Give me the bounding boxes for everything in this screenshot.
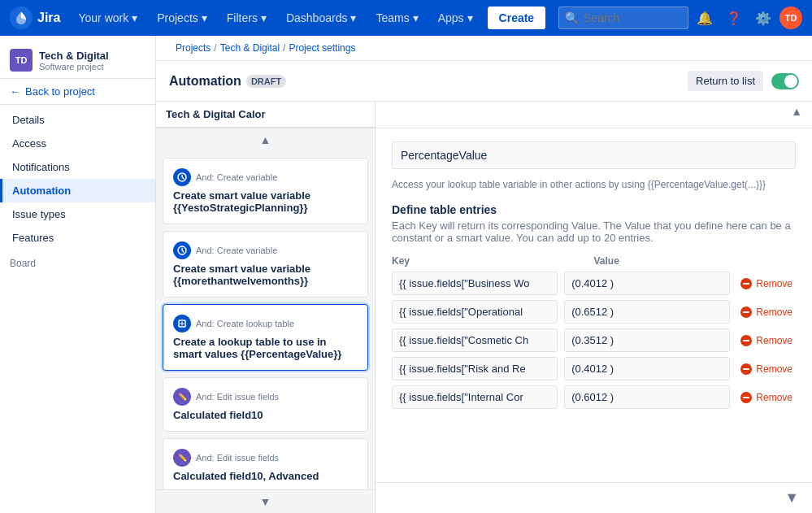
remove-label: Remove bbox=[756, 392, 792, 403]
breadcrumb: Projects / Tech & Digital / Project sett… bbox=[156, 36, 812, 61]
row-3-value-input[interactable] bbox=[564, 328, 730, 352]
sidebar-project-header: TD Tech & Digital Software project bbox=[0, 36, 155, 79]
page-layout: TD Tech & Digital Software project ← Bac… bbox=[0, 36, 812, 513]
sidebar: TD Tech & Digital Software project ← Bac… bbox=[0, 36, 156, 513]
sidebar-item-features[interactable]: Features bbox=[0, 226, 155, 250]
row-3-key-input[interactable] bbox=[392, 328, 558, 352]
scroll-up-detail[interactable]: ▲ bbox=[791, 105, 802, 118]
app-logo[interactable]: Jira bbox=[10, 7, 60, 29]
sidebar-section: Details Access Notifications Automation … bbox=[0, 105, 155, 253]
col-key-label: Key bbox=[392, 254, 588, 268]
draft-badge: DRAFT bbox=[246, 75, 286, 88]
breadcrumb-projects[interactable]: Projects bbox=[176, 42, 211, 54]
row-4-key-input[interactable] bbox=[392, 357, 558, 380]
scroll-down-detail[interactable]: ▼ bbox=[781, 486, 802, 510]
page-title: Automation bbox=[169, 74, 241, 89]
card-value-2: Create smart value variable {{morethantw… bbox=[173, 263, 358, 287]
detail-panel: ▲ Access your lookup table variable in o… bbox=[376, 102, 812, 513]
scroll-down-btn[interactable]: ▼ bbox=[156, 489, 375, 513]
automation-card-4[interactable]: ✏️ And: Edit issue fields Calculated fie… bbox=[163, 377, 368, 432]
row-2-key-input[interactable] bbox=[392, 300, 558, 324]
breadcrumb-project-settings[interactable]: Project settings bbox=[289, 42, 355, 54]
sidebar-item-access[interactable]: Access bbox=[0, 132, 155, 155]
field-hint: Access your lookup table variable in oth… bbox=[392, 179, 796, 190]
projects-menu[interactable]: Projects ▾ bbox=[149, 7, 215, 29]
section-title: Define table entries bbox=[392, 203, 796, 216]
teams-menu[interactable]: Teams ▾ bbox=[367, 7, 426, 29]
automation-header: Automation DRAFT Return to list bbox=[156, 61, 812, 102]
avatar[interactable]: TD bbox=[779, 7, 802, 29]
card-value-3: Create a lookup table to use in smart va… bbox=[173, 336, 358, 360]
row-4-value-input[interactable] bbox=[564, 357, 730, 380]
card-label-2: And: Create variable bbox=[196, 246, 277, 255]
scroll-up-btn[interactable]: ▲ bbox=[156, 128, 375, 151]
table-row: Remove bbox=[392, 328, 796, 352]
row-1-key-input[interactable] bbox=[392, 272, 558, 295]
create-button[interactable]: Create bbox=[488, 7, 546, 29]
sidebar-item-label: Board bbox=[10, 258, 36, 269]
card-value-1: Create smart value variable {{YestoStrat… bbox=[173, 189, 358, 214]
logo-text: Jira bbox=[37, 11, 60, 25]
col-value-label: Value bbox=[594, 254, 790, 268]
sidebar-item-details[interactable]: Details bbox=[0, 108, 155, 132]
remove-label: Remove bbox=[756, 306, 792, 318]
topnav-right: 🔍 🔔 ❓ ⚙️ TD bbox=[558, 5, 802, 31]
remove-label: Remove bbox=[756, 335, 792, 346]
back-to-project-link[interactable]: ← Back to project bbox=[0, 79, 155, 105]
card-value-5: Calculated field10, Advanced bbox=[173, 470, 358, 482]
row-5-value-input[interactable] bbox=[564, 385, 730, 409]
help-button[interactable]: ❓ bbox=[721, 5, 747, 31]
settings-button[interactable]: ⚙️ bbox=[750, 5, 776, 31]
section-desc: Each Key will return its corresponding V… bbox=[392, 220, 796, 244]
project-name: Tech & Digital bbox=[39, 50, 145, 62]
breadcrumb-sep1: / bbox=[214, 42, 216, 54]
back-label: Back to project bbox=[25, 85, 95, 98]
automation-toggle[interactable] bbox=[771, 73, 799, 89]
variable-name-input[interactable] bbox=[392, 141, 796, 169]
notifications-button[interactable]: 🔔 bbox=[692, 5, 718, 31]
card-icon-5: ✏️ bbox=[173, 449, 191, 467]
project-type: Software project bbox=[39, 62, 145, 72]
breadcrumb-tech-digital[interactable]: Tech & Digital bbox=[220, 42, 280, 54]
table-row: Remove bbox=[392, 300, 796, 324]
search-wrapper: 🔍 bbox=[558, 7, 688, 29]
sidebar-item-issue-types[interactable]: Issue types bbox=[0, 202, 155, 226]
row-5-remove-button[interactable]: Remove bbox=[736, 389, 796, 406]
filters-menu[interactable]: Filters ▾ bbox=[219, 7, 275, 29]
sidebar-item-label: Issue types bbox=[12, 208, 66, 220]
search-input[interactable] bbox=[558, 7, 688, 29]
sidebar-item-automation[interactable]: Automation bbox=[0, 179, 155, 202]
back-icon: ← bbox=[10, 85, 20, 98]
row-1-value-input[interactable] bbox=[564, 272, 730, 295]
automation-card-2[interactable]: And: Create variable Create smart value … bbox=[163, 231, 368, 298]
your-work-menu[interactable]: Your work ▾ bbox=[70, 7, 145, 29]
card-icon-2 bbox=[173, 241, 191, 259]
breadcrumb-sep2: / bbox=[283, 42, 285, 54]
row-4-remove-button[interactable]: Remove bbox=[736, 361, 796, 377]
card-value-4: Calculated field10 bbox=[173, 409, 358, 421]
row-5-key-input[interactable] bbox=[392, 385, 558, 409]
sidebar-item-label: Details bbox=[12, 114, 45, 126]
table-header: Key Value bbox=[392, 254, 796, 268]
row-1-remove-button[interactable]: Remove bbox=[736, 276, 796, 292]
automation-card-3[interactable]: And: Create lookup table Create a lookup… bbox=[163, 304, 368, 371]
card-label-3: And: Create lookup table bbox=[196, 319, 294, 328]
top-navigation: Jira Your work ▾ Projects ▾ Filters ▾ Da… bbox=[0, 0, 812, 36]
sidebar-expand-board[interactable]: Board bbox=[0, 253, 155, 274]
sidebar-item-notifications[interactable]: Notifications bbox=[0, 155, 155, 179]
sidebar-item-label: Notifications bbox=[12, 161, 70, 173]
detail-scroll-area: Access your lookup table variable in oth… bbox=[376, 128, 812, 482]
card-icon-3 bbox=[173, 315, 191, 333]
card-label-4: And: Edit issue fields bbox=[196, 392, 279, 402]
apps-menu[interactable]: Apps ▾ bbox=[430, 7, 481, 29]
panel-project-label: Tech & Digital Calor bbox=[166, 108, 266, 120]
automation-card-5[interactable]: ✏️ And: Edit issue fields Calculated fie… bbox=[163, 438, 368, 489]
row-2-remove-button[interactable]: Remove bbox=[736, 304, 796, 320]
row-3-remove-button[interactable]: Remove bbox=[736, 333, 796, 349]
content-area: Tech & Digital Calor ▲ And: Create varia… bbox=[156, 102, 812, 513]
automation-card-1[interactable]: And: Create variable Create smart value … bbox=[163, 158, 368, 224]
dashboards-menu[interactable]: Dashboards ▾ bbox=[278, 7, 365, 29]
row-2-value-input[interactable] bbox=[564, 300, 730, 324]
return-to-list-button[interactable]: Return to list bbox=[688, 71, 763, 91]
table-row: Remove bbox=[392, 272, 796, 295]
